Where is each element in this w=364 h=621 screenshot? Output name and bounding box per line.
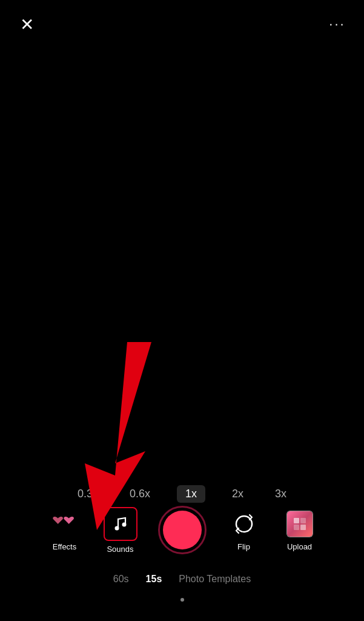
tab-60s[interactable]: 60s (113, 574, 129, 585)
close-button[interactable]: ✕ (15, 12, 39, 36)
upload-icon (285, 509, 314, 539)
tab-photo-templates[interactable]: Photo Templates (179, 574, 251, 585)
record-button-container (158, 506, 207, 554)
speed-option-03x[interactable]: 0.3x (73, 485, 103, 503)
speed-option-1x[interactable]: 1x (177, 485, 205, 503)
bottom-indicator-dot (180, 598, 184, 602)
effects-icon (50, 509, 79, 539)
flip-button[interactable]: Flip (226, 509, 262, 551)
svg-rect-3 (294, 518, 299, 523)
record-button[interactable] (163, 511, 202, 549)
speed-option-2x[interactable]: 2x (227, 485, 248, 503)
top-bar: ✕ ··· (0, 0, 364, 49)
svg-rect-4 (300, 518, 306, 523)
svg-point-2 (122, 522, 126, 526)
upload-button[interactable]: Upload (282, 509, 318, 551)
svg-rect-6 (300, 525, 306, 530)
sounds-label: Sounds (107, 545, 133, 554)
upload-label: Upload (287, 542, 312, 551)
flip-icon (230, 509, 259, 539)
svg-rect-5 (294, 525, 299, 530)
speed-option-06x[interactable]: 0.6x (125, 485, 155, 503)
upload-thumbnail (286, 511, 313, 537)
more-button[interactable]: ··· (325, 12, 349, 36)
effects-label: Effects (53, 542, 77, 551)
flip-label: Flip (237, 542, 250, 551)
sounds-button[interactable]: Sounds (102, 507, 139, 554)
tab-15s[interactable]: 15s (146, 574, 162, 585)
music-note-icon (112, 515, 129, 532)
effects-button[interactable]: Effects (47, 509, 83, 551)
speed-option-3x[interactable]: 3x (270, 485, 291, 503)
svg-point-1 (114, 526, 119, 530)
duration-tabs: 60s 15s Photo Templates (0, 574, 364, 585)
bottom-controls: Effects Sounds (0, 506, 364, 554)
record-outer-ring (158, 506, 207, 554)
speed-bar: 0.3x 0.6x 1x 2x 3x (0, 485, 364, 503)
sounds-icon-box (104, 507, 137, 541)
